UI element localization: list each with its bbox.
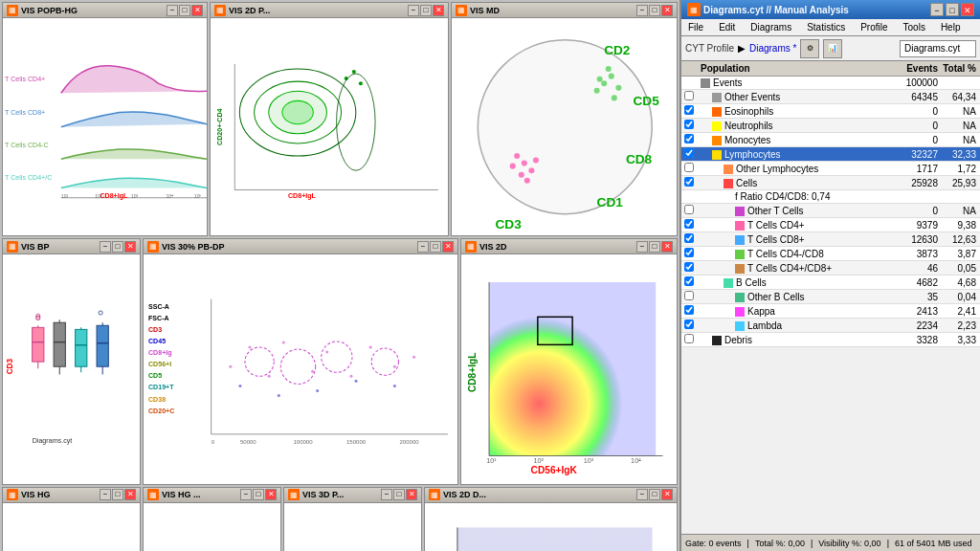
- vis-close-btn-2dd[interactable]: ✕: [661, 489, 673, 500]
- vis-close-btn-bp[interactable]: ✕: [124, 241, 136, 253]
- breadcrumb: Diagrams *: [749, 43, 796, 54]
- svg-text:CD8+IgL: CD8+IgL: [100, 192, 128, 200]
- svg-text:50000: 50000: [240, 439, 256, 445]
- row-checkbox-cell[interactable]: [681, 218, 697, 232]
- row-events-cell: 9379: [892, 218, 942, 232]
- row-checkbox-cell[interactable]: [681, 190, 697, 204]
- vis-min-btn-bp[interactable]: −: [100, 241, 111, 253]
- row-label-cell: T Cells CD8+: [697, 232, 892, 247]
- svg-text:CD45: CD45: [148, 338, 166, 344]
- menu-tools[interactable]: Tools: [901, 22, 928, 33]
- vis-min-btn-2dd[interactable]: −: [636, 489, 648, 500]
- vis-min-btn-2dp[interactable]: −: [408, 5, 419, 16]
- menu-edit[interactable]: Edit: [716, 22, 738, 33]
- row-label-text: Lambda: [747, 320, 782, 331]
- vis-max-btn-30pb-dp[interactable]: □: [430, 241, 441, 253]
- vis-max-btn-2d[interactable]: □: [649, 241, 660, 253]
- vis-close-btn-popb-hg[interactable]: ✕: [191, 5, 203, 16]
- row-label-text: T Cells CD4-/CD8: [747, 249, 824, 259]
- row-checkbox-cell[interactable]: [681, 319, 697, 333]
- vis-close-btn-30pb-dp[interactable]: ✕: [442, 241, 454, 253]
- vis-close-btn-md[interactable]: ✕: [661, 5, 673, 16]
- row-checkbox-cell[interactable]: [681, 290, 697, 304]
- row-events-cell: 2234: [892, 319, 942, 333]
- row-checkbox-cell[interactable]: [681, 304, 697, 319]
- vis-min-btn-popb-hg[interactable]: −: [167, 5, 178, 16]
- vis-close-btn-2d[interactable]: ✕: [661, 241, 673, 253]
- svg-point-86: [249, 346, 252, 349]
- vis-max-btn-hg1[interactable]: □: [112, 489, 123, 500]
- row-checkbox-cell[interactable]: [681, 261, 697, 276]
- row-checkbox-cell[interactable]: [681, 247, 697, 261]
- row-checkbox-cell[interactable]: [681, 133, 697, 147]
- row-checkbox-cell[interactable]: [681, 333, 697, 347]
- row-events-cell: 100000: [892, 77, 942, 90]
- color-swatch: [735, 321, 745, 331]
- vis-title-30pb-dp: VIS 30% PB-DP: [162, 242, 225, 252]
- row-checkbox-cell[interactable]: [681, 147, 697, 162]
- svg-point-92: [369, 346, 372, 349]
- vis-min-btn-hg2[interactable]: −: [240, 489, 252, 500]
- color-swatch: [735, 293, 745, 302]
- toolbar-icon-btn-2[interactable]: 📊: [823, 39, 842, 58]
- analysis-max-btn[interactable]: □: [946, 3, 959, 16]
- svg-text:10³: 10³: [131, 193, 139, 199]
- vis-max-btn-3dp[interactable]: □: [393, 489, 405, 500]
- vis-titlebar-3dp: ▦ VIS 3D P... − □ ✕: [284, 488, 421, 503]
- row-checkbox-cell[interactable]: [681, 104, 697, 119]
- svg-text:10⁴: 10⁴: [166, 193, 173, 199]
- toolbar-icon-btn-1[interactable]: ⚙: [800, 39, 819, 58]
- vis-max-btn-md[interactable]: □: [649, 5, 660, 16]
- vis-max-btn-2dp[interactable]: □: [420, 5, 432, 16]
- row-events-cell: 46: [892, 261, 942, 276]
- toolbar-file-input[interactable]: [900, 40, 976, 57]
- vis-min-btn-3dp[interactable]: −: [381, 489, 392, 500]
- table-row: T Cells CD4+93799,38: [681, 218, 980, 232]
- vis-min-btn-2d[interactable]: −: [636, 241, 648, 253]
- row-checkbox-cell[interactable]: [681, 162, 697, 176]
- analysis-min-btn[interactable]: −: [930, 3, 944, 16]
- svg-point-89: [311, 370, 314, 373]
- svg-text:CD19+T: CD19+T: [148, 385, 174, 391]
- vis-content-popb-hg: T Cells CD4+ T Cells CD8+ T Cells CD4-C …: [3, 18, 207, 235]
- color-swatch: [735, 264, 745, 274]
- vis-min-btn-md[interactable]: −: [636, 5, 648, 16]
- menu-diagrams[interactable]: Diagrams: [747, 22, 794, 33]
- menu-statistics[interactable]: Statistics: [804, 22, 848, 33]
- vis-min-btn-30pb-dp[interactable]: −: [417, 241, 429, 253]
- row-checkbox-cell[interactable]: [681, 119, 697, 133]
- vis-icon-30pb-dp: ▦: [147, 241, 159, 253]
- row-events-cell: 12630: [892, 232, 942, 247]
- row-checkbox-cell[interactable]: [681, 276, 697, 290]
- menu-file[interactable]: File: [685, 22, 706, 33]
- vis-max-btn-hg2[interactable]: □: [253, 489, 264, 500]
- table-row: Other Lymphocytes17171,72: [681, 162, 980, 176]
- row-checkbox-cell[interactable]: [681, 90, 697, 104]
- svg-text:T Cells CD4-C: T Cells CD4-C: [5, 142, 49, 149]
- vis-close-btn-hg2[interactable]: ✕: [265, 489, 277, 500]
- menu-profile[interactable]: Profile: [858, 22, 890, 33]
- row-label-text: Lymphocytes: [724, 149, 781, 160]
- color-swatch: [735, 221, 745, 231]
- vis-min-btn-hg1[interactable]: −: [100, 489, 111, 500]
- vis-title-3dp: VIS 3D P...: [302, 490, 344, 499]
- svg-rect-134: [457, 527, 653, 551]
- breadcrumb-diagrams[interactable]: Diagrams *: [749, 43, 796, 54]
- svg-point-16: [359, 81, 363, 85]
- row-checkbox-cell[interactable]: [681, 176, 697, 190]
- menu-help[interactable]: Help: [938, 22, 964, 33]
- vis-max-btn-popb-hg[interactable]: □: [179, 5, 190, 16]
- analysis-close-btn[interactable]: ✕: [961, 3, 974, 16]
- row-checkbox-cell[interactable]: [681, 204, 697, 218]
- vis-content-hg2: Density CD3 10² 10³ 10⁴ 10⁵: [144, 503, 280, 551]
- vis-title-hg1: VIS HG: [21, 490, 51, 499]
- row-checkbox-cell[interactable]: [681, 77, 697, 90]
- vis-window-2dd: ▦ VIS 2D D... − □ ✕: [424, 487, 678, 551]
- vis-titlebar-md: ▦ VIS MD − □ ✕: [452, 3, 677, 18]
- vis-close-btn-hg1[interactable]: ✕: [124, 489, 136, 500]
- vis-max-btn-2dd[interactable]: □: [649, 489, 660, 500]
- row-checkbox-cell[interactable]: [681, 232, 697, 247]
- vis-close-btn-2dp[interactable]: ✕: [433, 5, 444, 16]
- vis-close-btn-3dp[interactable]: ✕: [406, 489, 417, 500]
- vis-max-btn-bp[interactable]: □: [112, 241, 123, 253]
